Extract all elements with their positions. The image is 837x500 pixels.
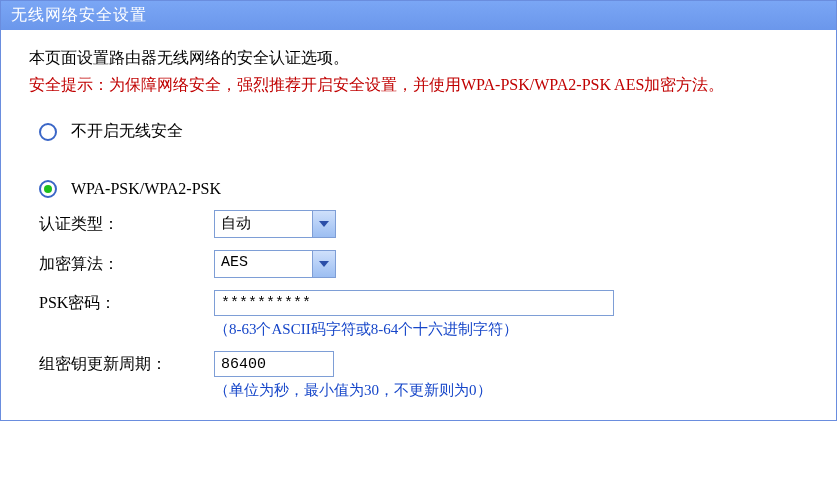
intro-text: 本页面设置路由器无线网络的安全认证选项。 xyxy=(29,48,808,69)
auth-type-value: 自动 xyxy=(215,211,312,237)
radio-disable-security[interactable] xyxy=(39,123,57,141)
option-wpa-label: WPA-PSK/WPA2-PSK xyxy=(71,180,221,198)
rekey-input[interactable] xyxy=(214,351,334,377)
cipher-value: AES xyxy=(215,251,312,277)
security-warning: 安全提示：为保障网络安全，强烈推荐开启安全设置，并使用WPA-PSK/WPA2-… xyxy=(29,73,808,97)
psk-row: PSK密码： xyxy=(39,290,808,316)
cipher-row: 加密算法： AES xyxy=(39,250,808,278)
auth-type-select[interactable]: 自动 xyxy=(214,210,336,238)
psk-input[interactable] xyxy=(214,290,614,316)
cipher-label: 加密算法： xyxy=(39,254,214,275)
chevron-down-icon xyxy=(312,211,335,237)
rekey-hint: （单位为秒，最小值为30，不更新则为0） xyxy=(214,381,808,400)
rekey-row: 组密钥更新周期： xyxy=(39,351,808,377)
psk-label: PSK密码： xyxy=(39,293,214,314)
option-disable-label: 不开启无线安全 xyxy=(71,121,183,142)
panel-content: 本页面设置路由器无线网络的安全认证选项。 安全提示：为保障网络安全，强烈推荐开启… xyxy=(1,30,836,420)
cipher-select[interactable]: AES xyxy=(214,250,336,278)
option-wpa-row: WPA-PSK/WPA2-PSK xyxy=(39,180,808,198)
radio-wpa-psk[interactable] xyxy=(39,180,57,198)
wireless-security-panel: 无线网络安全设置 本页面设置路由器无线网络的安全认证选项。 安全提示：为保障网络… xyxy=(0,0,837,421)
chevron-down-icon xyxy=(312,251,335,277)
auth-type-label: 认证类型： xyxy=(39,214,214,235)
auth-type-row: 认证类型： 自动 xyxy=(39,210,808,238)
rekey-label: 组密钥更新周期： xyxy=(39,354,214,375)
panel-title: 无线网络安全设置 xyxy=(1,1,836,30)
psk-hint: （8-63个ASCII码字符或8-64个十六进制字符） xyxy=(214,320,808,339)
option-disable-row: 不开启无线安全 xyxy=(39,121,808,142)
